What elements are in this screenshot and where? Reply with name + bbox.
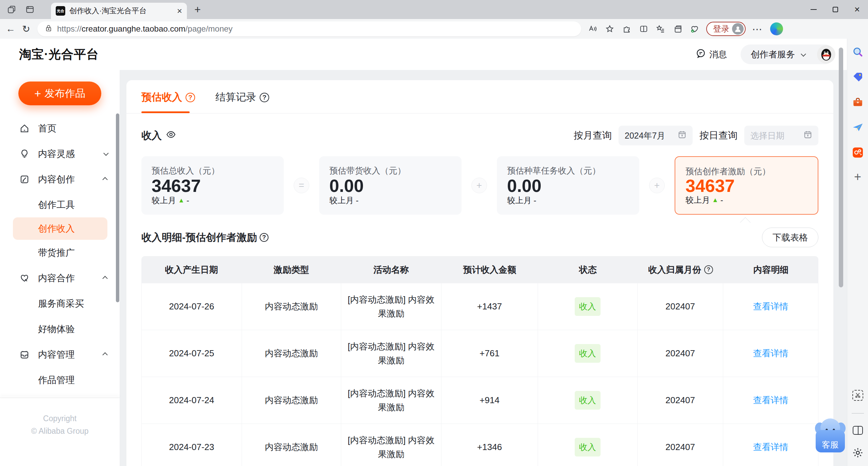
calendar-icon xyxy=(678,130,687,141)
table-row: 2024-07-23 内容动态激励 [内容动态激励] 内容效果激励 +1346 … xyxy=(141,424,818,466)
detail-title: 收入明细-预估创作者激励 xyxy=(141,231,257,245)
workspaces-icon[interactable] xyxy=(5,3,18,16)
day-query-label: 按日查询 xyxy=(699,129,737,142)
sidebar-item-service-purchase[interactable]: 服务商采买 xyxy=(0,291,120,316)
messages-button[interactable]: 消息 xyxy=(696,48,727,61)
day-picker[interactable]: 选择日期 xyxy=(744,126,818,145)
add-sidebar-item-icon[interactable]: + xyxy=(854,172,861,182)
back-button[interactable]: ← xyxy=(3,23,18,34)
split-window-icon[interactable] xyxy=(853,426,863,435)
content-background: 预估收入 ? 结算记录 ? 收入 按月查询 2 xyxy=(120,70,847,466)
download-table-button[interactable]: 下载表格 xyxy=(762,228,818,247)
card-label: 预估带货收入（元） xyxy=(329,165,451,176)
chevron-up-icon xyxy=(102,276,108,281)
help-icon[interactable]: ? xyxy=(260,93,269,102)
table-row: 2024-07-26 内容动态激励 [内容动态激励] 内容效果激励 +1437 … xyxy=(141,283,818,330)
browser-essentials-icon[interactable] xyxy=(687,21,702,36)
sidebar-divider xyxy=(0,397,120,398)
search-icon[interactable] xyxy=(852,46,864,59)
paper-plane-icon[interactable] xyxy=(852,122,864,135)
view-details-link[interactable]: 查看详情 xyxy=(753,300,788,313)
sidebar-item-content-management[interactable]: 内容管理 xyxy=(0,342,120,367)
sidebar-scrollbar[interactable] xyxy=(116,113,119,302)
tab-close-icon[interactable]: × xyxy=(177,6,182,16)
url-path: /page/money xyxy=(186,24,233,33)
lock-icon xyxy=(45,24,52,33)
settings-gear-icon[interactable] xyxy=(852,447,864,460)
compare-label: 较上月 xyxy=(685,195,710,205)
new-tab-button[interactable]: + xyxy=(194,3,201,16)
site-logo[interactable]: 淘宝·光合平台 xyxy=(19,46,99,63)
income-summary-cards: 预估总收入（元） 34637 较上月▲- = 预估带货收入（元） 0.00 较上… xyxy=(141,156,818,215)
shopping-tag-icon[interactable] xyxy=(852,71,864,84)
minimize-button[interactable] xyxy=(803,0,824,19)
maximize-button[interactable] xyxy=(824,0,846,19)
sidebar-item-label: 内容合作 xyxy=(38,272,75,284)
card-sales-income: 预估带货收入（元） 0.00 较上月- xyxy=(319,156,462,215)
tab-estimated-income[interactable]: 预估收入 ? xyxy=(141,90,195,113)
browser-tab[interactable]: 光合 创作收入·淘宝光合平台 × xyxy=(51,3,187,19)
extensions-icon[interactable] xyxy=(619,21,634,36)
help-icon[interactable]: ? xyxy=(186,93,195,102)
sidebar-item-goods-trial[interactable]: 好物体验 xyxy=(0,316,120,342)
income-title: 收入 xyxy=(141,129,162,143)
sidebar-item-label: 内容管理 xyxy=(38,348,75,361)
split-screen-icon[interactable] xyxy=(636,21,651,36)
card-creator-incentive: 预估创作者激励（元） 34637 较上月▲- xyxy=(675,156,818,215)
tab-settlement-records[interactable]: 结算记录 ? xyxy=(215,90,269,113)
rail-divider xyxy=(852,413,864,414)
column-header: 收入归属月份? xyxy=(638,256,724,283)
sidebar-item-creation[interactable]: 内容创作 xyxy=(0,166,120,192)
customer-service-button[interactable]: 客服 xyxy=(816,418,845,452)
collections-icon[interactable] xyxy=(670,21,685,36)
month-picker[interactable]: 2024年7月 xyxy=(619,126,693,145)
refresh-button[interactable]: ↻ xyxy=(18,23,34,35)
messages-label: 消息 xyxy=(709,49,727,60)
sidebar-item-cooperation[interactable]: 内容合作 xyxy=(0,265,120,291)
trend-up-icon: ▲ xyxy=(712,196,718,204)
settings-more-icon[interactable]: ⋯ xyxy=(750,21,765,36)
card-label: 预估总收入（元） xyxy=(152,165,274,176)
browser-titlebar: 光合 创作收入·淘宝光合平台 × + × xyxy=(0,0,868,19)
card-value: 0.00 xyxy=(507,177,629,195)
tab-actions-icon[interactable] xyxy=(23,3,37,16)
eye-icon[interactable] xyxy=(166,129,176,142)
sidebar-item-creation-income[interactable]: 创作收入 xyxy=(13,217,107,240)
page-scrollbar[interactable] xyxy=(839,48,843,287)
view-details-link[interactable]: 查看详情 xyxy=(753,440,788,454)
message-icon xyxy=(696,48,706,61)
kuaishou-icon[interactable] xyxy=(852,147,864,160)
close-button[interactable]: × xyxy=(846,0,868,19)
screenshot-icon[interactable] xyxy=(852,390,863,401)
help-icon[interactable]: ? xyxy=(704,265,713,274)
browser-toolbar: ← ↻ https://creator.guanghe.taobao.com/p… xyxy=(0,19,868,39)
address-bar[interactable]: https://creator.guanghe.taobao.com/page/… xyxy=(37,21,581,36)
sidebar-item-home[interactable]: 首页 xyxy=(0,115,120,141)
view-details-link[interactable]: 查看详情 xyxy=(753,393,788,407)
sidebar-item-works-management[interactable]: 作品管理 xyxy=(0,367,120,393)
sidebar-item-inspiration[interactable]: 内容灵感 xyxy=(0,141,120,166)
sidebar-item-creation-tools[interactable]: 创作工具 xyxy=(0,192,120,217)
column-header: 激励类型 xyxy=(242,256,341,283)
toolbox-icon[interactable] xyxy=(852,96,864,109)
hand-heart-icon xyxy=(19,273,30,283)
customer-service-label: 客服 xyxy=(816,430,845,452)
calendar-icon xyxy=(803,130,812,141)
creator-service-menu[interactable]: 创作者服务 xyxy=(741,44,835,64)
help-icon[interactable]: ? xyxy=(260,233,268,242)
trend-up-icon: ▲ xyxy=(178,197,185,204)
sidebar-nav: 首页 内容灵感 内容创作 创作工具 创作收入 带货推广 xyxy=(0,115,120,393)
month-picker-value: 2024年7月 xyxy=(625,130,665,141)
card-label: 预估种草任务收入（元） xyxy=(507,165,629,176)
view-details-link[interactable]: 查看详情 xyxy=(753,346,788,360)
add-favorite-star-icon[interactable] xyxy=(602,21,617,36)
login-button[interactable]: 登录 xyxy=(706,22,746,36)
read-aloud-icon[interactable] xyxy=(585,21,600,36)
favorites-icon[interactable] xyxy=(653,21,668,36)
user-avatar[interactable] xyxy=(817,45,835,64)
publish-work-button[interactable]: + 发布作品 xyxy=(18,82,101,105)
chevron-up-icon xyxy=(102,177,108,182)
sidebar-item-promotion[interactable]: 带货推广 xyxy=(0,240,120,265)
sidebar-item-label: 内容创作 xyxy=(38,173,75,185)
copilot-icon[interactable] xyxy=(770,22,783,35)
